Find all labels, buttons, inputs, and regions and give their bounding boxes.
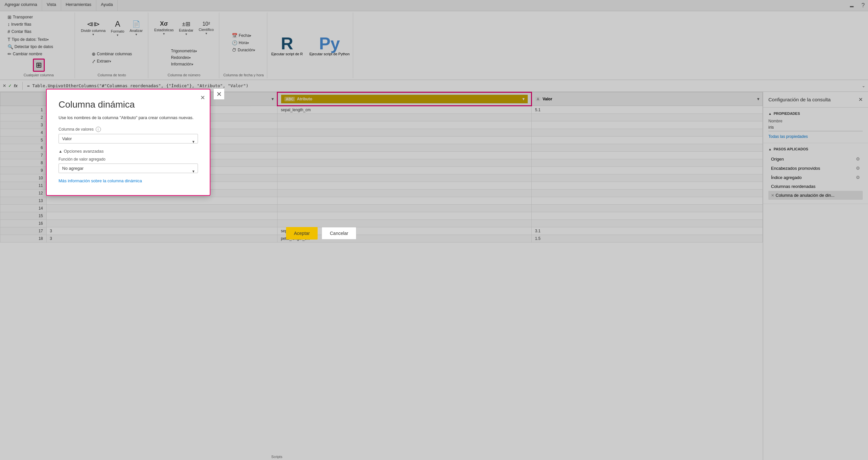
aggregate-func-label: Función de valor agregado <box>59 157 198 162</box>
column-values-select-wrap: Valor <box>59 134 198 149</box>
aggregate-func-select[interactable]: No agregar <box>59 164 198 173</box>
dialog-columna-dinamica: ✕ Columna dinámica Use los nombres de la… <box>46 89 210 196</box>
accept-button[interactable]: Aceptar <box>286 227 318 239</box>
dialog-description: Use los nombres de la columna "Atributo"… <box>59 115 198 120</box>
dialog-action-buttons: Aceptar Cancelar <box>286 227 356 239</box>
column-values-select[interactable]: Valor <box>59 134 198 143</box>
cancel-button[interactable]: Cancelar <box>321 227 356 239</box>
info-icon: i <box>96 127 101 132</box>
dialog-close-button[interactable]: ✕ <box>200 94 205 102</box>
column-values-label: Columna de valores i <box>59 127 198 132</box>
aggregate-func-select-wrap: No agregar <box>59 164 198 178</box>
learn-more-link[interactable]: Más información sobre la columna dinámic… <box>59 178 142 183</box>
overlay-close-button[interactable]: ✕ <box>214 89 224 99</box>
dialog-overlay: ✕ Columna dinámica Use los nombres de la… <box>0 0 868 460</box>
advanced-options-toggle[interactable]: ▲ Opciones avanzadas <box>59 149 198 154</box>
dialog-title: Columna dinámica <box>59 99 198 110</box>
